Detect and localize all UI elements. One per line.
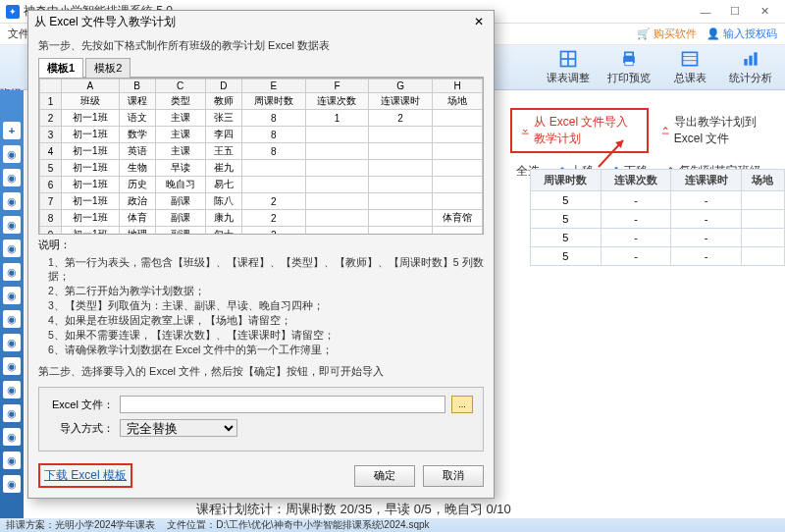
stats-text: 课程计划统计：周课时数 20/35，早读 0/5，晚自习 0/10 xyxy=(196,501,511,518)
table-row: 5-- xyxy=(531,229,785,247)
svg-rect-4 xyxy=(625,52,633,56)
side-item-4[interactable]: ◉ xyxy=(3,216,21,234)
table-row: 5-- xyxy=(531,191,785,210)
minimize-button[interactable]: — xyxy=(691,2,720,22)
col-venue: 场地 xyxy=(741,170,784,191)
export-excel-button[interactable]: 导出教学计划到 Excel 文件 xyxy=(654,110,785,151)
side-item-7[interactable]: ◉ xyxy=(3,287,21,304)
svg-rect-11 xyxy=(754,52,757,65)
note-item: 4、如果是在班级固定教室上课，【场地】请留空； xyxy=(48,314,484,328)
browse-button[interactable]: ... xyxy=(451,396,473,413)
side-item-12[interactable]: ◉ xyxy=(3,404,21,422)
ok-button[interactable]: 确定 xyxy=(354,465,415,487)
toolbar-analysis[interactable]: 统计分析 xyxy=(720,47,781,88)
side-item-1[interactable]: ◉ xyxy=(3,145,21,163)
status-bar: 排课方案：光明小学2024学年课表 文件位置：D:\工作\优化\神奇中小学智能排… xyxy=(0,518,785,532)
side-item-8[interactable]: ◉ xyxy=(3,310,21,328)
right-table: 周课时数 连课次数 连课课时 场地 5-- 5-- 5-- 5-- xyxy=(530,169,785,266)
col-periods: 周课时数 xyxy=(531,170,602,191)
status-plan: 排课方案：光明小学2024学年课表 xyxy=(6,518,155,532)
dialog-titlebar: 从 Excel 文件导入教学计划 ✕ xyxy=(28,11,494,32)
excel-grid[interactable]: ABCDEFGH1班级课程类型教师周课时数连课次数连课课时场地2初一1班语文主课… xyxy=(38,78,484,235)
excel-file-label: Excel 文件： xyxy=(49,398,114,412)
cancel-button[interactable]: 取消 xyxy=(423,465,484,487)
tab-template1[interactable]: 模板1 xyxy=(38,58,83,78)
col-links: 连课次数 xyxy=(601,170,671,191)
import-mode-label: 导入方式： xyxy=(49,421,114,436)
svg-rect-9 xyxy=(744,59,747,66)
note-item: 2、第二行开始为教学计划数据； xyxy=(48,285,484,298)
svg-rect-6 xyxy=(683,52,698,65)
note-item: 5、如果不需要连课，【连课次数】、【连课课时】请留空； xyxy=(48,329,484,343)
side-item-11[interactable]: ◉ xyxy=(3,381,21,399)
buy-software-link[interactable]: 🛒 购买软件 xyxy=(637,27,697,41)
dialog-close-button[interactable]: ✕ xyxy=(470,15,488,28)
status-path: 文件位置：D:\工作\优化\神奇中小学智能排课系统\2024.sqpk xyxy=(167,518,429,532)
step2-label: 第二步、选择要导入的 Excel 文件，然后按【确定】按钮，即可开始导入 xyxy=(38,364,484,379)
export-icon xyxy=(660,124,670,137)
printer-icon xyxy=(619,49,639,69)
import-excel-button[interactable]: 从 Excel 文件导入教学计划 xyxy=(510,108,649,153)
maximize-button[interactable]: ☐ xyxy=(720,2,750,22)
step2-box: Excel 文件： ... 导入方式： 完全替换 xyxy=(38,387,484,452)
step1-label: 第一步、先按如下格式制作所有班级的教学计划 Excel 数据表 xyxy=(38,38,484,53)
tab-template2[interactable]: 模板2 xyxy=(85,58,131,78)
side-item-5[interactable]: ◉ xyxy=(3,239,21,257)
user-icon: 👤 xyxy=(706,27,720,40)
cart-icon: 🛒 xyxy=(637,27,651,40)
import-mode-select[interactable]: 完全替换 xyxy=(120,419,237,437)
notes-label: 说明： xyxy=(38,238,484,252)
side-item-3[interactable]: ◉ xyxy=(3,192,21,210)
side-item-2[interactable]: ◉ xyxy=(3,169,21,186)
side-item-13[interactable]: ◉ xyxy=(3,428,21,446)
note-item: 3、【类型】列取值为：主课、副课、早读、晚自习四种； xyxy=(48,299,484,313)
toolbar-preview[interactable]: 打印预览 xyxy=(599,47,659,88)
note-item: 6、请确保教学计划数据在 Excel 文件中的第一个工作簿里； xyxy=(48,344,484,357)
table-icon xyxy=(680,49,700,69)
dialog-footer: 下载 Excel 模板 确定 取消 xyxy=(28,457,494,498)
side-item-14[interactable]: ◉ xyxy=(3,452,21,469)
svg-rect-12 xyxy=(522,133,529,134)
download-template-link[interactable]: 下载 Excel 模板 xyxy=(38,463,132,488)
table-row: 5-- xyxy=(531,247,785,266)
enter-auth-link[interactable]: 👤 输入授权码 xyxy=(706,27,777,41)
toolbar-master[interactable]: 总课表 xyxy=(659,47,720,88)
side-item-9[interactable]: ◉ xyxy=(3,334,21,351)
grid-icon xyxy=(558,49,578,69)
notes-list: 1、第一行为表头，需包含【班级】、【课程】、【类型】、【教师】、【周课时数】5 … xyxy=(48,256,484,358)
import-icon xyxy=(520,124,530,137)
close-button[interactable]: ✕ xyxy=(750,2,779,22)
side-item-10[interactable]: ◉ xyxy=(3,357,21,375)
svg-rect-13 xyxy=(662,133,669,134)
side-item-6[interactable]: ◉ xyxy=(3,263,21,281)
chart-icon xyxy=(741,49,760,69)
menu-file[interactable]: 文件 xyxy=(8,27,29,41)
table-row: 5-- xyxy=(531,210,785,229)
excel-file-input[interactable] xyxy=(120,396,445,413)
side-strip: + ◉ ◉ ◉ ◉ ◉ ◉ ◉ ◉ ◉ ◉ ◉ ◉ ◉ ◉ ◉ xyxy=(0,90,24,518)
dialog-title: 从 Excel 文件导入教学计划 xyxy=(34,14,470,30)
col-linktime: 连课课时 xyxy=(671,170,742,191)
side-item-15[interactable]: ◉ xyxy=(3,475,21,493)
note-item: 1、第一行为表头，需包含【班级】、【课程】、【类型】、【教师】、【周课时数】5 … xyxy=(48,256,484,284)
import-dialog: 从 Excel 文件导入教学计划 ✕ 第一步、先按如下格式制作所有班级的教学计划… xyxy=(27,10,495,499)
template-tabs: 模板1 模板2 xyxy=(38,57,484,78)
toolbar-adjust[interactable]: 课表调整 xyxy=(538,47,599,88)
app-logo-icon: ✦ xyxy=(6,5,20,19)
svg-rect-10 xyxy=(749,56,752,66)
svg-rect-5 xyxy=(625,62,633,66)
side-add-button[interactable]: + xyxy=(3,122,21,139)
